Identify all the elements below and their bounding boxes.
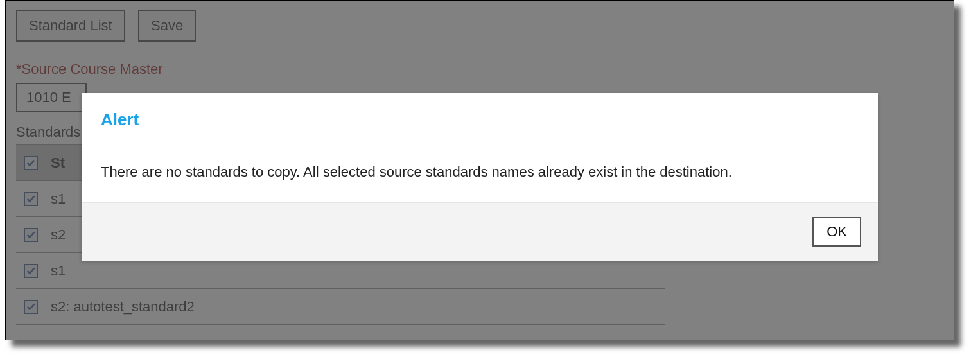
check-icon (26, 159, 35, 168)
check-icon (26, 231, 35, 239)
check-icon (26, 302, 35, 311)
save-button[interactable]: Save (138, 10, 196, 42)
standard-list-button[interactable]: Standard List (16, 10, 125, 42)
standard-name: s2: autotest_standard2 (51, 299, 195, 315)
alert-modal: Alert There are no standards to copy. Al… (82, 93, 878, 261)
row-checkbox[interactable] (24, 192, 38, 206)
row-checkbox[interactable] (24, 264, 38, 278)
row-checkbox[interactable] (24, 228, 38, 242)
row-checkbox[interactable] (24, 300, 38, 314)
standard-name: s2 (51, 227, 66, 243)
select-all-checkbox[interactable] (24, 156, 38, 170)
modal-message: There are no standards to copy. All sele… (82, 144, 878, 203)
ok-button[interactable]: OK (812, 217, 861, 247)
check-icon (26, 195, 35, 204)
table-row: s2: autotest_standard2 (16, 289, 665, 325)
standard-name: s1 (51, 263, 66, 279)
check-icon (26, 266, 35, 275)
table-header-label: St (51, 155, 65, 171)
standard-name: s1 (51, 191, 66, 207)
modal-title: Alert (101, 110, 859, 130)
source-course-master-label: *Source Course Master (16, 61, 943, 78)
source-course-master-select[interactable]: 1010 E (16, 83, 87, 112)
